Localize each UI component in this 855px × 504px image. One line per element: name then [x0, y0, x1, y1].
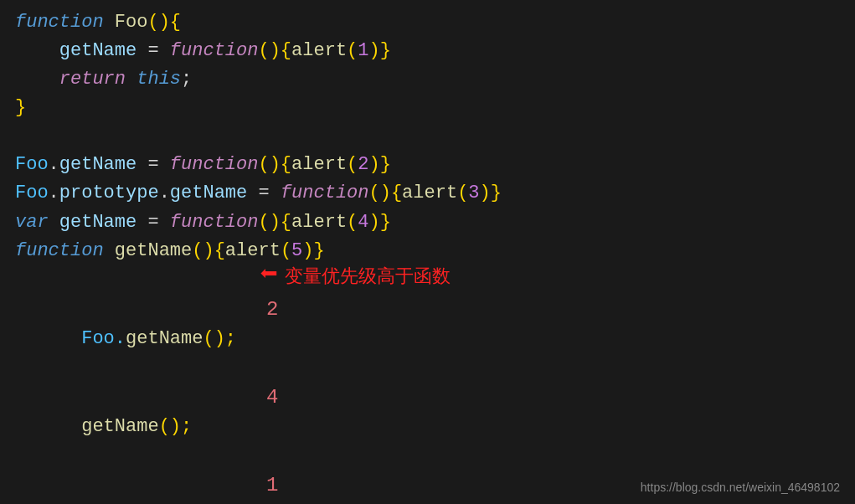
answer-3: 1 [266, 470, 278, 501]
code-block: function Foo (){ getName = function (){ … [0, 0, 855, 504]
line-foo-getname-2: Foo . getName = function (){ alert ( 2 )… [15, 151, 840, 179]
keyword-function-2: function [170, 37, 259, 65]
watermark: https://blog.csdn.net/weixin_46498102 [641, 479, 840, 497]
foo-name: Foo [115, 8, 148, 37]
blank-line-1 [15, 122, 840, 151]
result-code-2: getName(); [15, 384, 266, 470]
line-foo-def: function Foo (){ [15, 8, 840, 37]
result-code-1: Foo.getName(); [15, 296, 266, 382]
result-line-1: Foo.getName(); 2 [15, 294, 840, 382]
alert-1: alert [291, 37, 347, 65]
result-code-3: Foo().getName(); [15, 472, 266, 504]
arrow-annotation: ⬅ 变量优先级高于函数 [260, 253, 451, 300]
answer-2: 4 [266, 382, 278, 413]
annotation-text: 变量优先级高于函数 [285, 262, 451, 291]
keyword-function: function [15, 8, 104, 37]
getname-prop: getName [59, 37, 136, 65]
getname-1: getName [59, 151, 136, 179]
arrow-icon: ⬅ [260, 253, 278, 300]
result-line-2: getName(); 4 [15, 382, 840, 470]
line-var-getname-4: var getName = function (){ alert ( 4 )} [15, 208, 840, 237]
keyword-var: var [15, 208, 49, 237]
line-close-brace: } [15, 94, 840, 122]
keyword-return: return [59, 65, 126, 94]
line-foo-proto-getname-3: Foo . prototype . getName = function (){… [15, 179, 840, 208]
line-return-this: return this ; [15, 65, 840, 94]
line-getname-assign-1: getName = function (){ alert ( 1 )} [15, 37, 840, 65]
foo-obj-1: Foo [15, 151, 49, 179]
keyword-this: this [136, 65, 181, 94]
